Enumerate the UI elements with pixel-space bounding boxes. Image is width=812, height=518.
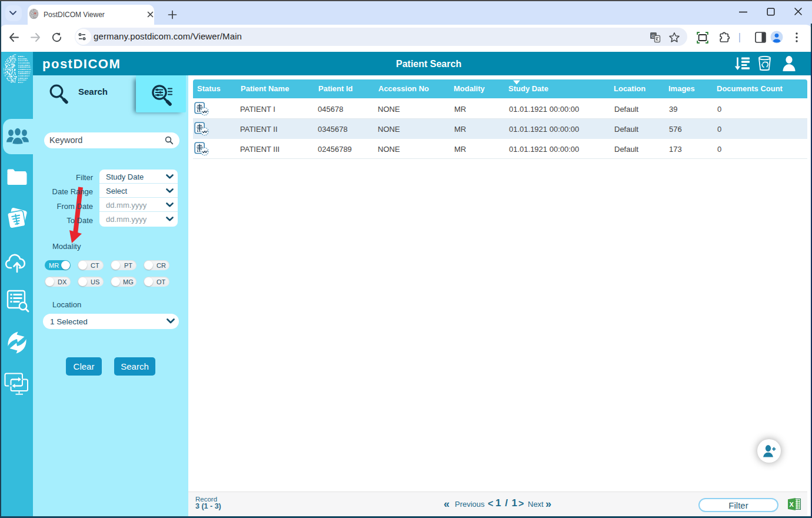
svg-text:X: X [790, 501, 794, 508]
svg-text:01110001: 01110001 [18, 81, 32, 84]
